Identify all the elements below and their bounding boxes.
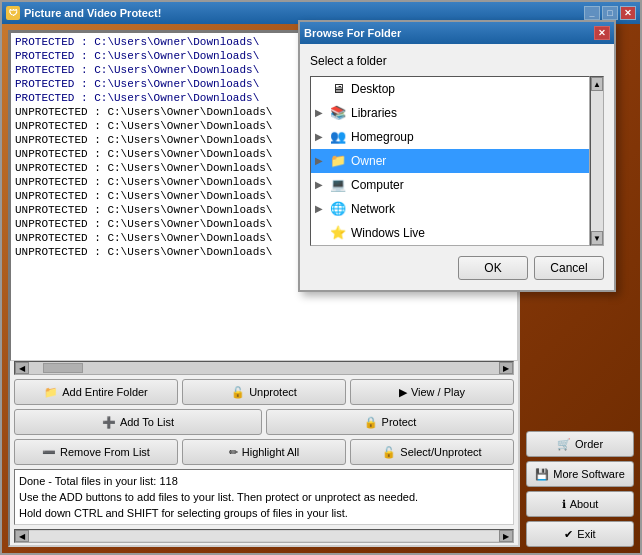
main-window: 🛡 Picture and Video Protect! _ □ ✕ PROTE… (0, 0, 642, 555)
add-entire-folder-button[interactable]: 📁 Add Entire Folder (14, 379, 178, 405)
tree-item-label: Homegroup (351, 127, 414, 147)
dialog-prompt: Select a folder (310, 54, 604, 68)
folder-tree[interactable]: 🖥Desktop▶📚Libraries▶👥Homegroup▶📁Owner▶💻C… (310, 76, 590, 246)
button-row-1: 📁 Add Entire Folder 🔓 Unprotect ▶ View /… (14, 379, 514, 405)
highlight-all-button[interactable]: ✏ Highlight All (182, 439, 346, 465)
h-scroll-right[interactable]: ▶ (499, 530, 513, 542)
protect-button[interactable]: 🔒 Protect (266, 409, 514, 435)
tree-item[interactable]: ▶📚Libraries (311, 101, 589, 125)
tree-item[interactable]: ▶🌐Network (311, 197, 589, 221)
status-line-3: Hold down CTRL and SHIFT for selecting g… (19, 505, 509, 521)
scroll-down-button[interactable]: ▼ (591, 231, 603, 245)
dialog-cancel-button[interactable]: Cancel (534, 256, 604, 280)
select-unprotect-label: Select/Unprotect (400, 446, 481, 458)
dialog-title-text: Browse For Folder (304, 27, 401, 39)
tree-item[interactable]: ⭐Windows Live (311, 221, 589, 245)
maximize-button[interactable]: □ (602, 6, 618, 20)
play-icon: ▶ (399, 386, 407, 399)
tree-arrow-icon: ▶ (315, 199, 327, 219)
protect-label: Protect (382, 416, 417, 428)
exit-icon: ✔ (564, 528, 573, 541)
folder-icon: 📚 (329, 105, 347, 121)
status-line-2: Use the ADD buttons to add files to your… (19, 489, 509, 505)
view-play-label: View / Play (411, 386, 465, 398)
button-row-3: ➖ Remove From List ✏ Highlight All 🔓 Sel… (14, 439, 514, 465)
select-unprotect-button[interactable]: 🔓 Select/Unprotect (350, 439, 514, 465)
tree-arrow-icon: ▶ (315, 127, 327, 147)
protect-icon: 🔒 (364, 416, 378, 429)
more-software-icon: 💾 (535, 468, 549, 481)
dialog-title-bar: Browse For Folder ✕ (300, 22, 614, 44)
exit-button[interactable]: ✔ Exit (526, 521, 634, 547)
remove-from-list-button[interactable]: ➖ Remove From List (14, 439, 178, 465)
browse-folder-dialog: Browse For Folder ✕ Select a folder 🖥Des… (298, 20, 616, 292)
about-icon: ℹ (562, 498, 566, 511)
unprotect-button[interactable]: 🔓 Unprotect (182, 379, 346, 405)
about-button[interactable]: ℹ About (526, 491, 634, 517)
tree-item[interactable]: ▶📁Owner (311, 149, 589, 173)
order-label: Order (575, 438, 603, 450)
tree-item-label: Desktop (351, 79, 395, 99)
order-button[interactable]: 🛒 Order (526, 431, 634, 457)
order-icon: 🛒 (557, 438, 571, 451)
tree-item[interactable]: ▶👥Homegroup (311, 125, 589, 149)
dialog-ok-button[interactable]: OK (458, 256, 528, 280)
more-software-label: More Software (553, 468, 625, 480)
folder-add-icon: 📁 (44, 386, 58, 399)
app-icon: 🛡 (6, 6, 20, 20)
add-entire-folder-label: Add Entire Folder (62, 386, 148, 398)
folder-icon: ⭐ (329, 225, 347, 241)
tree-item[interactable]: ▶💻Computer (311, 173, 589, 197)
title-bar-left: 🛡 Picture and Video Protect! (6, 6, 161, 20)
status-line-1: Done - Total files in your list: 118 (19, 473, 509, 489)
tree-item-label: Owner (351, 151, 386, 171)
unprotect-icon: 🔓 (231, 386, 245, 399)
add-to-list-label: Add To List (120, 416, 174, 428)
remove-icon: ➖ (42, 446, 56, 459)
h-scroll-track[interactable] (29, 531, 499, 541)
horizontal-scrollbar[interactable]: ◀ ▶ (14, 361, 514, 375)
tree-item[interactable]: 🖥Desktop (311, 77, 589, 101)
status-bar: Done - Total files in your list: 118 Use… (14, 469, 514, 525)
tree-arrow-icon: ▶ (315, 103, 327, 123)
tree-item-label: Network (351, 199, 395, 219)
tree-item-label: Libraries (351, 103, 397, 123)
scroll-left-button[interactable]: ◀ (15, 362, 29, 374)
unprotect-label: Unprotect (249, 386, 297, 398)
tree-item-label: Windows Live (351, 223, 425, 243)
dialog-buttons: OK Cancel (310, 256, 604, 280)
h-scroll-left[interactable]: ◀ (15, 530, 29, 542)
scrollbar-thumb[interactable] (43, 363, 83, 373)
minimize-button[interactable]: _ (584, 6, 600, 20)
tree-arrow-icon: ▶ (315, 175, 327, 195)
scroll-right-button[interactable]: ▶ (499, 362, 513, 374)
dialog-body: Select a folder 🖥Desktop▶📚Libraries▶👥Hom… (300, 44, 614, 290)
scroll-track (591, 91, 603, 231)
view-play-button[interactable]: ▶ View / Play (350, 379, 514, 405)
bottom-scrollbar[interactable]: ◀ ▶ (14, 529, 514, 543)
window-title: Picture and Video Protect! (24, 7, 161, 19)
tree-item-label: Computer (351, 175, 404, 195)
button-row-2: ➕ Add To List 🔒 Protect (14, 409, 514, 435)
close-button[interactable]: ✕ (620, 6, 636, 20)
dialog-close-button[interactable]: ✕ (594, 26, 610, 40)
folder-icon: 🖥 (329, 81, 347, 97)
scroll-up-button[interactable]: ▲ (591, 77, 603, 91)
remove-from-list-label: Remove From List (60, 446, 150, 458)
highlight-all-label: Highlight All (242, 446, 299, 458)
title-controls[interactable]: _ □ ✕ (584, 6, 636, 20)
dialog-scrollbar[interactable]: ▲ ▼ (590, 76, 604, 246)
add-icon: ➕ (102, 416, 116, 429)
folder-tree-container: 🖥Desktop▶📚Libraries▶👥Homegroup▶📁Owner▶💻C… (310, 76, 604, 246)
select-icon: 🔓 (382, 446, 396, 459)
tree-arrow-icon: ▶ (315, 151, 327, 171)
about-label: About (570, 498, 599, 510)
folder-icon: 👥 (329, 129, 347, 145)
highlight-icon: ✏ (229, 446, 238, 459)
folder-icon: 💻 (329, 177, 347, 193)
add-to-list-button[interactable]: ➕ Add To List (14, 409, 262, 435)
folder-icon: 📁 (329, 153, 347, 169)
exit-label: Exit (577, 528, 595, 540)
folder-icon: 🌐 (329, 201, 347, 217)
more-software-button[interactable]: 💾 More Software (526, 461, 634, 487)
